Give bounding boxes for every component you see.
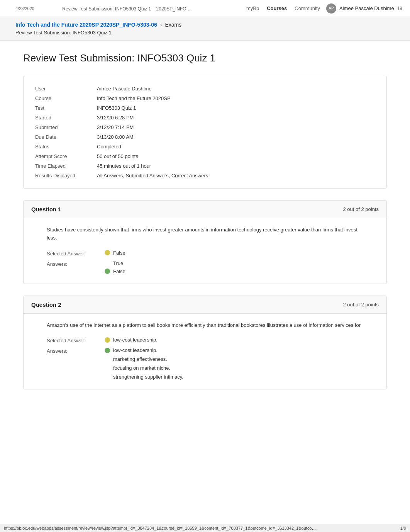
- q2-selected-label: Selected Answer:: [47, 337, 105, 343]
- due-date-label: Due Date: [35, 134, 97, 140]
- q2-answer-2-dot-empty: [105, 357, 110, 362]
- status-value: Completed: [97, 144, 121, 150]
- breadcrumb-separator-1: ›: [160, 22, 162, 28]
- question-1-body: Studies have consistently shown that fir…: [24, 218, 386, 284]
- question-1-header: Question 1 2 out of 2 points: [24, 201, 386, 218]
- course-label: Course: [35, 95, 97, 101]
- q2-answer-3-text: focusing on market niche.: [113, 365, 170, 371]
- question-block-1: Question 1 2 out of 2 points Studies hav…: [23, 200, 387, 284]
- q2-answer-1-text: low-cost leadership.: [113, 347, 158, 353]
- question-1-text: Studies have consistently shown that fir…: [47, 226, 363, 242]
- q1-answer-1-dot-empty: [105, 260, 110, 266]
- q1-answer-2-dot: [105, 269, 110, 274]
- q2-answer-3-dot-empty: [105, 365, 110, 371]
- nav-courses[interactable]: Courses: [267, 5, 287, 11]
- started-label: Started: [35, 115, 97, 121]
- user-count: 19: [397, 6, 402, 11]
- attempt-score-value: 50 out of 50 points: [97, 153, 138, 159]
- started-value: 3/12/20 6:28 PM: [97, 115, 134, 121]
- breadcrumb-current: Review Test Submission: INFO5303 Quiz 1: [15, 30, 112, 36]
- question-2-text: Amazon's use of the Internet as a platfo…: [47, 321, 363, 330]
- breadcrumb-course-link[interactable]: Info Tech and the Future 2020SP 2020SP_I…: [15, 22, 157, 28]
- nav-community[interactable]: Community: [295, 5, 320, 11]
- question-block-2: Question 2 2 out of 2 points Amazon's us…: [23, 296, 387, 390]
- info-card: User Aimee Pascale Dushime Course Info T…: [23, 76, 387, 189]
- breadcrumb-bar: Info Tech and the Future 2020SP 2020SP_I…: [0, 17, 410, 41]
- submitted-value: 3/12/20 7:14 PM: [97, 124, 134, 130]
- status-label: Status: [35, 144, 97, 150]
- question-1-title: Question 1: [31, 206, 61, 212]
- q2-selected-dot: [105, 337, 110, 343]
- q1-selected-dot: [105, 250, 110, 255]
- q1-selected-label: Selected Answer:: [47, 250, 105, 257]
- course-value: Info Tech and the Future 2020SP: [97, 95, 171, 101]
- q2-answer-1-dot: [105, 348, 110, 353]
- results-displayed-label: Results Displayed: [35, 173, 97, 178]
- question-1-points: 2 out of 2 points: [343, 206, 379, 212]
- date-label: 4/23/2020: [15, 6, 34, 11]
- submitted-label: Submitted: [35, 124, 97, 130]
- browser-title: Review Test Submission: INFO5303 Quiz 1 …: [62, 6, 191, 12]
- q1-answers-label: Answers:: [47, 260, 105, 267]
- test-label: Test: [35, 105, 97, 111]
- q2-answer-4-dot-empty: [105, 374, 110, 380]
- results-displayed-value: All Answers, Submitted Answers, Correct …: [97, 173, 208, 178]
- question-2-body: Amazon's use of the Internet as a platfo…: [24, 314, 386, 389]
- question-2-header: Question 2 2 out of 2 points: [24, 296, 386, 314]
- attempt-score-label: Attempt Score: [35, 153, 97, 159]
- user-label: User: [35, 86, 97, 92]
- user-value: Aimee Pascale Dushime: [97, 86, 152, 92]
- main-content: Review Test Submission: INFO5303 Quiz 1 …: [0, 41, 410, 432]
- q2-answer-2-text: marketing effectiveness.: [113, 356, 167, 362]
- page-title: Review Test Submission: INFO5303 Quiz 1: [23, 52, 387, 64]
- test-value: INFO5303 Quiz 1: [97, 105, 136, 111]
- time-elapsed-value: 45 minutes out of 1 hour: [97, 163, 151, 169]
- time-elapsed-label: Time Elapsed: [35, 163, 97, 169]
- breadcrumb-section: Exams: [165, 22, 181, 28]
- avatar: AP: [326, 3, 336, 14]
- question-2-title: Question 2: [31, 301, 61, 308]
- q1-selected-text: False: [113, 250, 125, 256]
- user-name: Aimee Pascale Dushime: [339, 5, 394, 11]
- q2-answers-label: Answers:: [47, 347, 105, 354]
- q1-answer-1-text: True: [113, 260, 123, 266]
- nav-mybb[interactable]: myBb: [246, 5, 259, 11]
- user-section: AP Aimee Pascale Dushime 19: [326, 3, 402, 14]
- question-2-points: 2 out of 2 points: [343, 302, 379, 308]
- q1-answer-2-text: False: [113, 269, 125, 274]
- due-date-value: 3/13/20 8:00 AM: [97, 134, 134, 140]
- q2-answer-4-text: strengthening supplier intimacy.: [113, 374, 183, 380]
- q2-selected-text: low-cost leadership.: [113, 337, 158, 343]
